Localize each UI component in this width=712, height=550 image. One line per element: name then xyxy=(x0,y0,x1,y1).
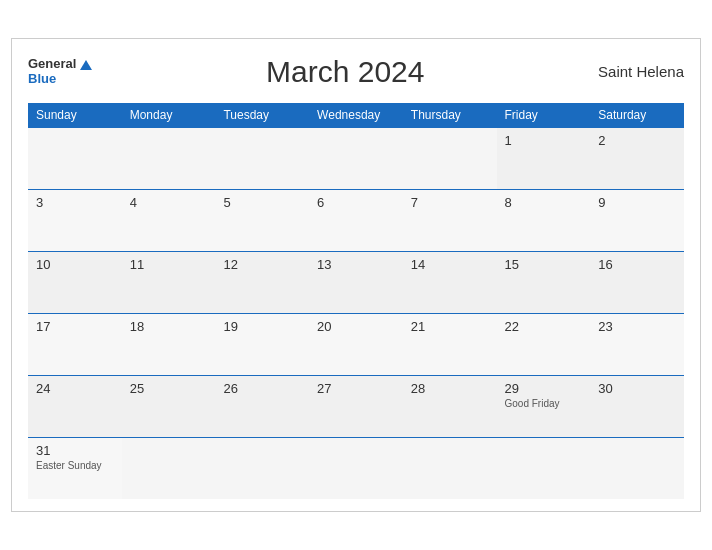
calendar-day-cell: 31Easter Sunday xyxy=(28,437,122,499)
weekday-tuesday: Tuesday xyxy=(215,103,309,128)
day-number: 31 xyxy=(36,443,114,458)
calendar-day-cell: 24 xyxy=(28,375,122,437)
day-number: 30 xyxy=(598,381,676,396)
calendar-day-cell: 7 xyxy=(403,189,497,251)
calendar-day-cell: 20 xyxy=(309,313,403,375)
calendar-day-cell: 4 xyxy=(122,189,216,251)
calendar-week-row: 242526272829Good Friday30 xyxy=(28,375,684,437)
day-number: 7 xyxy=(411,195,489,210)
calendar-table: SundayMondayTuesdayWednesdayThursdayFrid… xyxy=(28,103,684,500)
calendar-day-cell: 25 xyxy=(122,375,216,437)
day-number: 24 xyxy=(36,381,114,396)
calendar-thead: SundayMondayTuesdayWednesdayThursdayFrid… xyxy=(28,103,684,128)
day-number: 9 xyxy=(598,195,676,210)
calendar-day-cell xyxy=(309,127,403,189)
calendar-day-cell xyxy=(590,437,684,499)
calendar-day-cell: 17 xyxy=(28,313,122,375)
calendar-week-row: 31Easter Sunday xyxy=(28,437,684,499)
day-number: 21 xyxy=(411,319,489,334)
day-number: 15 xyxy=(505,257,583,272)
calendar-day-cell: 13 xyxy=(309,251,403,313)
day-number: 13 xyxy=(317,257,395,272)
calendar-day-cell: 22 xyxy=(497,313,591,375)
day-number: 16 xyxy=(598,257,676,272)
day-number: 14 xyxy=(411,257,489,272)
calendar-body: 1234567891011121314151617181920212223242… xyxy=(28,127,684,499)
calendar-day-cell: 15 xyxy=(497,251,591,313)
calendar-day-cell: 5 xyxy=(215,189,309,251)
logo: General Blue xyxy=(28,57,92,86)
day-number: 17 xyxy=(36,319,114,334)
day-number: 4 xyxy=(130,195,208,210)
calendar-day-cell xyxy=(497,437,591,499)
calendar-week-row: 17181920212223 xyxy=(28,313,684,375)
logo-triangle-icon xyxy=(80,60,92,70)
day-number: 18 xyxy=(130,319,208,334)
calendar-day-cell: 23 xyxy=(590,313,684,375)
day-number: 20 xyxy=(317,319,395,334)
logo-general: General xyxy=(28,57,92,71)
calendar-week-row: 10111213141516 xyxy=(28,251,684,313)
day-number: 6 xyxy=(317,195,395,210)
calendar: General Blue March 2024 Saint Helena Sun… xyxy=(11,38,701,513)
day-number: 26 xyxy=(223,381,301,396)
weekday-wednesday: Wednesday xyxy=(309,103,403,128)
day-number: 3 xyxy=(36,195,114,210)
calendar-day-cell: 29Good Friday xyxy=(497,375,591,437)
weekday-header-row: SundayMondayTuesdayWednesdayThursdayFrid… xyxy=(28,103,684,128)
calendar-day-cell: 16 xyxy=(590,251,684,313)
day-number: 25 xyxy=(130,381,208,396)
calendar-day-cell: 19 xyxy=(215,313,309,375)
calendar-day-cell: 27 xyxy=(309,375,403,437)
calendar-day-cell xyxy=(122,437,216,499)
calendar-day-cell: 11 xyxy=(122,251,216,313)
calendar-day-cell xyxy=(403,127,497,189)
weekday-thursday: Thursday xyxy=(403,103,497,128)
holiday-label: Good Friday xyxy=(505,398,583,409)
day-number: 1 xyxy=(505,133,583,148)
weekday-monday: Monday xyxy=(122,103,216,128)
calendar-day-cell xyxy=(122,127,216,189)
calendar-day-cell xyxy=(309,437,403,499)
calendar-day-cell xyxy=(215,437,309,499)
calendar-day-cell: 10 xyxy=(28,251,122,313)
weekday-friday: Friday xyxy=(497,103,591,128)
calendar-day-cell: 26 xyxy=(215,375,309,437)
calendar-day-cell: 28 xyxy=(403,375,497,437)
calendar-day-cell: 14 xyxy=(403,251,497,313)
logo-blue-text: Blue xyxy=(28,72,92,86)
calendar-day-cell: 30 xyxy=(590,375,684,437)
calendar-day-cell: 12 xyxy=(215,251,309,313)
calendar-day-cell: 8 xyxy=(497,189,591,251)
calendar-title: March 2024 xyxy=(266,55,424,89)
day-number: 10 xyxy=(36,257,114,272)
calendar-day-cell: 21 xyxy=(403,313,497,375)
day-number: 29 xyxy=(505,381,583,396)
calendar-day-cell: 18 xyxy=(122,313,216,375)
calendar-day-cell xyxy=(28,127,122,189)
calendar-day-cell: 1 xyxy=(497,127,591,189)
weekday-saturday: Saturday xyxy=(590,103,684,128)
calendar-day-cell: 2 xyxy=(590,127,684,189)
calendar-day-cell: 6 xyxy=(309,189,403,251)
day-number: 2 xyxy=(598,133,676,148)
day-number: 11 xyxy=(130,257,208,272)
day-number: 23 xyxy=(598,319,676,334)
calendar-day-cell: 3 xyxy=(28,189,122,251)
calendar-day-cell xyxy=(403,437,497,499)
weekday-sunday: Sunday xyxy=(28,103,122,128)
calendar-region: Saint Helena xyxy=(598,63,684,80)
calendar-header: General Blue March 2024 Saint Helena xyxy=(28,55,684,89)
day-number: 28 xyxy=(411,381,489,396)
calendar-week-row: 12 xyxy=(28,127,684,189)
calendar-day-cell: 9 xyxy=(590,189,684,251)
day-number: 5 xyxy=(223,195,301,210)
calendar-week-row: 3456789 xyxy=(28,189,684,251)
day-number: 19 xyxy=(223,319,301,334)
holiday-label: Easter Sunday xyxy=(36,460,114,471)
day-number: 8 xyxy=(505,195,583,210)
day-number: 12 xyxy=(223,257,301,272)
day-number: 22 xyxy=(505,319,583,334)
calendar-day-cell xyxy=(215,127,309,189)
day-number: 27 xyxy=(317,381,395,396)
